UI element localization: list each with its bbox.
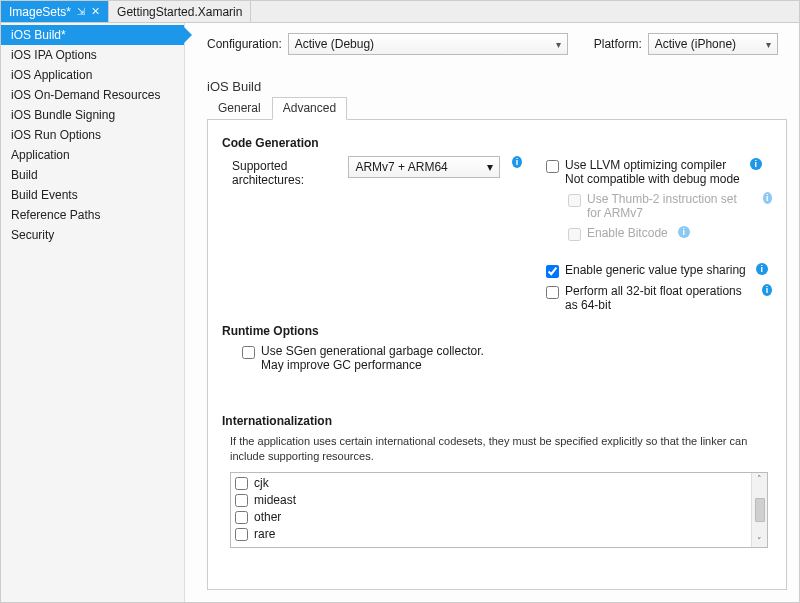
- sidebar-item-ios-application[interactable]: iOS Application: [1, 65, 184, 85]
- doc-tab-label: GettingStarted.Xamarin: [117, 5, 242, 19]
- i18n-check-other[interactable]: [235, 511, 248, 524]
- chevron-down-icon: ▾: [487, 160, 493, 174]
- i18n-listbox-inner: cjk mideast other rare: [231, 473, 751, 547]
- chevron-down-icon: ▾: [556, 39, 561, 50]
- document-tab-strip: ImageSets* ⇲ ✕ GettingStarted.Xamarin: [1, 1, 799, 23]
- llvm-checkbox[interactable]: Use LLVM optimizing compiler Not compati…: [546, 158, 772, 186]
- body: iOS Build* iOS IPA Options iOS Applicati…: [1, 23, 799, 602]
- info-icon[interactable]: i: [756, 263, 768, 275]
- subtab-general[interactable]: General: [207, 97, 272, 120]
- doc-tab-gettingstarted[interactable]: GettingStarted.Xamarin: [109, 1, 251, 22]
- chevron-down-icon: ▾: [766, 39, 771, 50]
- sidebar-item-reference-paths[interactable]: Reference Paths: [1, 205, 184, 225]
- i18n-label-cjk: cjk: [254, 476, 269, 490]
- i18n-label-other: other: [254, 510, 281, 524]
- generic-sharing-checkbox[interactable]: Enable generic value type sharing i: [546, 263, 772, 278]
- i18n-label-rare: rare: [254, 527, 275, 541]
- scroll-up-icon[interactable]: ˄: [757, 473, 762, 485]
- sgen-label: Use SGen generational garbage collector.…: [261, 344, 484, 372]
- configuration-value: Active (Debug): [295, 37, 374, 51]
- i18n-check-mideast[interactable]: [235, 494, 248, 507]
- advanced-panel: Code Generation Supported architectures:…: [207, 120, 787, 590]
- i18n-item-mideast[interactable]: mideast: [235, 492, 747, 509]
- configuration-label: Configuration:: [207, 37, 282, 51]
- sidebar-item-ios-runoptions[interactable]: iOS Run Options: [1, 125, 184, 145]
- sidebar-item-security[interactable]: Security: [1, 225, 184, 245]
- info-icon[interactable]: i: [750, 158, 762, 170]
- platform-dropdown[interactable]: Active (iPhone) ▾: [648, 33, 778, 55]
- arch-label: Supported architectures:: [232, 156, 340, 187]
- float64-label: Perform all 32-bit float operations as 6…: [565, 284, 752, 312]
- sidebar-item-ios-ondemand[interactable]: iOS On-Demand Resources: [1, 85, 184, 105]
- page-title: iOS Build: [185, 61, 799, 96]
- info-icon: i: [678, 226, 690, 238]
- info-icon[interactable]: i: [762, 284, 772, 296]
- i18n-item-cjk[interactable]: cjk: [235, 475, 747, 492]
- i18n-check-cjk[interactable]: [235, 477, 248, 490]
- i18n-label-mideast: mideast: [254, 493, 296, 507]
- arch-value: ARMv7 + ARM64: [355, 160, 447, 174]
- generic-sharing-label: Enable generic value type sharing: [565, 263, 746, 277]
- llvm-checkbox-input[interactable]: [546, 160, 559, 173]
- platform-label: Platform:: [594, 37, 642, 51]
- group-runtime-options: Runtime Options: [222, 324, 772, 338]
- subtab-strip: General Advanced: [207, 96, 787, 120]
- sgen-checkbox-input[interactable]: [242, 346, 255, 359]
- config-toolbar: Configuration: Active (Debug) ▾ Platform…: [185, 23, 799, 61]
- sidebar-item-build-events[interactable]: Build Events: [1, 185, 184, 205]
- platform-value: Active (iPhone): [655, 37, 736, 51]
- bitcode-checkbox: Enable Bitcode i: [568, 226, 772, 241]
- configuration-dropdown[interactable]: Active (Debug) ▾: [288, 33, 568, 55]
- sidebar-item-ios-bundlesigning[interactable]: iOS Bundle Signing: [1, 105, 184, 125]
- group-internationalization: Internationalization: [222, 414, 772, 428]
- scroll-down-icon[interactable]: ˅: [757, 535, 762, 547]
- sidebar-item-ios-ipa[interactable]: iOS IPA Options: [1, 45, 184, 65]
- i18n-item-rare[interactable]: rare: [235, 526, 747, 543]
- thumb2-label: Use Thumb-2 instruction set for ARMv7: [587, 192, 753, 220]
- generic-sharing-checkbox-input[interactable]: [546, 265, 559, 278]
- close-icon[interactable]: ✕: [91, 5, 100, 18]
- sgen-checkbox[interactable]: Use SGen generational garbage collector.…: [242, 344, 772, 372]
- thumb2-checkbox-input: [568, 194, 581, 207]
- i18n-description: If the application uses certain internat…: [230, 434, 772, 464]
- doc-tab-label: ImageSets*: [9, 5, 71, 19]
- i18n-check-rare[interactable]: [235, 528, 248, 541]
- bitcode-checkbox-input: [568, 228, 581, 241]
- float64-checkbox[interactable]: Perform all 32-bit float operations as 6…: [546, 284, 772, 312]
- properties-sidebar: iOS Build* iOS IPA Options iOS Applicati…: [1, 23, 185, 602]
- project-properties-window: ImageSets* ⇲ ✕ GettingStarted.Xamarin iO…: [0, 0, 800, 603]
- sidebar-item-ios-build[interactable]: iOS Build*: [1, 25, 184, 45]
- sidebar-item-build[interactable]: Build: [1, 165, 184, 185]
- i18n-item-other[interactable]: other: [235, 509, 747, 526]
- pin-icon[interactable]: ⇲: [77, 6, 85, 17]
- scroll-thumb[interactable]: [755, 498, 765, 522]
- i18n-listbox[interactable]: cjk mideast other rare: [230, 472, 768, 548]
- group-code-generation: Code Generation: [222, 136, 772, 150]
- scrollbar[interactable]: ˄ ˅: [751, 473, 767, 547]
- info-icon: i: [763, 192, 773, 204]
- doc-tab-imagesets[interactable]: ImageSets* ⇲ ✕: [1, 1, 109, 22]
- sidebar-item-application[interactable]: Application: [1, 145, 184, 165]
- bitcode-label: Enable Bitcode: [587, 226, 668, 240]
- info-icon[interactable]: i: [512, 156, 522, 168]
- main-content: Configuration: Active (Debug) ▾ Platform…: [185, 23, 799, 602]
- subtab-advanced[interactable]: Advanced: [272, 97, 347, 120]
- float64-checkbox-input[interactable]: [546, 286, 559, 299]
- thumb2-checkbox: Use Thumb-2 instruction set for ARMv7 i: [568, 192, 772, 220]
- llvm-label: Use LLVM optimizing compiler Not compati…: [565, 158, 740, 186]
- architectures-dropdown[interactable]: ARMv7 + ARM64 ▾: [348, 156, 500, 178]
